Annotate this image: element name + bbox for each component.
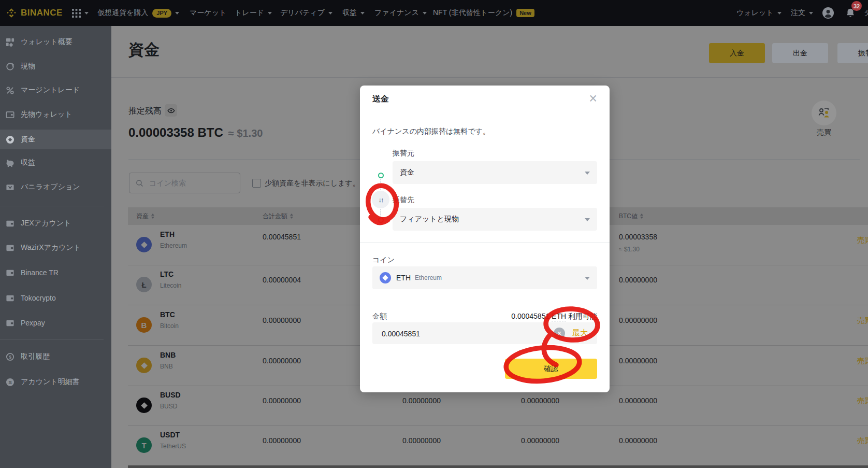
sidebar-item-0-1[interactable]: 現物 — [0, 57, 111, 76]
buy-sell-link[interactable]: 売買 — [857, 316, 868, 325]
nav-item-label: NFT (非代替性トークン) — [433, 8, 512, 18]
max-button[interactable]: 最大 — [572, 328, 588, 338]
notification-count-badge: 32 — [851, 1, 862, 11]
amount-input[interactable] — [381, 322, 528, 345]
buy-sell-link[interactable]: 売買 — [857, 396, 868, 406]
nav-item-1[interactable]: マーケット — [190, 0, 226, 26]
eth-coin-icon — [380, 272, 391, 283]
modal-info-text: バイナンスの内部振替は無料です。 — [372, 127, 490, 136]
new-badge: New — [516, 9, 534, 17]
nav-partial-label: ダ — [864, 8, 868, 18]
nav-item-6[interactable]: NFT (非代替性トークン)New — [433, 0, 534, 26]
sidebar-item-label: WazirXアカウント — [21, 243, 81, 252]
nav-partial-item[interactable]: ダ — [864, 0, 868, 26]
available-suffix: 利用可能 — [568, 312, 597, 320]
total-amount: 0.00045851 — [263, 233, 301, 241]
usdt-coin-icon: T — [136, 437, 152, 453]
sidebar-item-2-1[interactable]: Sアカウント明細書 — [0, 373, 111, 391]
btc-value: 0.00000000 — [619, 276, 657, 284]
nav-item-3[interactable]: デリバティブ — [280, 0, 332, 26]
sidebar-item-1-1[interactable]: WazirXアカウント — [0, 238, 111, 257]
nav-item-label: マーケット — [190, 8, 226, 18]
available-amount: 0.00045851 — [511, 312, 549, 320]
sidebar-item-label: ウォレット概要 — [21, 37, 73, 47]
sort-icon — [151, 214, 154, 219]
user-avatar-icon[interactable] — [822, 0, 834, 26]
nav-item-label: 仮想通貨を購入 — [97, 8, 148, 18]
available-asset[interactable]: ETH — [552, 312, 566, 321]
chevron-down-icon — [585, 277, 590, 280]
nav-item-5[interactable]: ファイナンス — [374, 0, 427, 26]
page-title: 資金 — [128, 39, 160, 61]
sidebar-item-label: バニラオプション — [21, 182, 80, 192]
sidebar-item-1-4[interactable]: Pexpay — [0, 314, 111, 332]
available-balance: 0.00045851 ETH 利用可能 — [511, 312, 597, 321]
binance-logo-icon — [6, 7, 17, 19]
table-row-usdt: TUSDTTetherUS0.000000000.000000000.00000… — [128, 426, 868, 466]
earn-icon — [5, 158, 15, 167]
coin-search[interactable] — [129, 173, 240, 193]
buy-sell-link[interactable]: 売買 — [857, 436, 868, 446]
transfer-button-label: 振替 — [858, 49, 868, 58]
transfer-modal: 送金 × バイナンスの内部振替は無料です。 ↓↑ 振替元 資金 振替先 フィアッ… — [360, 86, 610, 392]
nav-orders-label: 注文 — [791, 8, 805, 18]
header-total[interactable]: 合計金額 — [263, 212, 293, 221]
deposit-button-label: 入金 — [730, 49, 744, 58]
sidebar-item-0-2[interactable]: マージントレード — [0, 81, 111, 100]
sidebar-item-1-3[interactable]: Tokocrypto — [0, 289, 111, 307]
sidebar-item-0-4[interactable]: 資金 — [0, 130, 111, 149]
close-icon[interactable]: × — [589, 91, 597, 106]
nav-item-4[interactable]: 収益 — [342, 0, 365, 26]
nav-item-0[interactable]: 仮想通貨を購入JPY — [97, 0, 179, 26]
sort-icon — [640, 214, 643, 219]
nav-item-label: ファイナンス — [374, 8, 419, 18]
deposit-button[interactable]: 入金 — [709, 43, 765, 63]
sidebar-item-1-0[interactable]: JEXアカウント — [0, 214, 111, 233]
subwallet-icon — [5, 293, 15, 303]
chevron-down-icon — [585, 218, 590, 221]
apps-grid-icon[interactable] — [72, 0, 89, 26]
buy-sell-shortcut[interactable]: 売買 — [809, 101, 838, 137]
toggle-balance-visibility-button[interactable] — [165, 104, 177, 117]
swap-direction-button[interactable]: ↓↑ — [372, 191, 389, 208]
coin-select[interactable]: ETH Ethereum — [372, 266, 597, 289]
sidebar-item-0-6[interactable]: バニラオプション — [0, 178, 111, 196]
sidebar-item-1-2[interactable]: Binance TR — [0, 263, 111, 282]
withdraw-button[interactable]: 出金 — [772, 43, 828, 63]
subwallet-icon — [5, 268, 15, 277]
sidebar-item-0-0[interactable]: ウォレット概要 — [0, 33, 111, 51]
sidebar-divider — [0, 206, 104, 206]
btc-value: 0.00000000 — [619, 357, 657, 365]
to-select[interactable]: フィアットと現物 — [393, 208, 597, 231]
hide-small-assets-checkbox[interactable] — [252, 179, 261, 188]
wallet-overview-icon — [5, 37, 15, 47]
coin-name: TetherUS — [160, 443, 186, 450]
currency-badge[interactable]: JPY — [152, 9, 171, 18]
nav-orders[interactable]: 注文 — [791, 0, 813, 26]
clear-input-icon[interactable]: × — [554, 328, 565, 339]
nav-wallet[interactable]: ウォレット — [736, 0, 782, 26]
coin-search-input[interactable] — [148, 178, 228, 188]
history-icon: $ — [5, 352, 15, 361]
nav-item-2[interactable]: トレード — [235, 0, 272, 26]
sidebar-item-label: Binance TR — [21, 268, 59, 277]
sidebar-item-label: JEXアカウント — [21, 219, 71, 228]
sidebar-item-0-3[interactable]: 先物ウォレット — [0, 105, 111, 124]
coin-symbol: BNB — [160, 351, 176, 359]
buy-sell-link[interactable]: 売買 — [857, 357, 868, 366]
sidebar-item-2-0[interactable]: $取引履歴 — [0, 347, 111, 366]
transfer-button[interactable]: 振替 — [837, 43, 868, 63]
coin-name: Bitcoin — [160, 322, 179, 330]
coin-name: Litecoin — [160, 282, 181, 289]
amount-label: 金額 — [372, 312, 387, 321]
from-select[interactable]: 資金 — [393, 161, 597, 184]
header-btc-value[interactable]: BTC値 — [619, 212, 643, 221]
top-navbar: BINANCE 仮想通貨を購入JPYマーケットトレードデリバティブ収益ファイナン… — [0, 0, 868, 26]
binance-logo[interactable]: BINANCE — [6, 0, 63, 26]
sidebar-item-0-5[interactable]: 収益 — [0, 153, 111, 172]
confirm-button[interactable]: 確認 — [505, 359, 597, 379]
sidebar-item-label: Tokocrypto — [21, 294, 56, 302]
header-asset[interactable]: 資産 — [136, 212, 154, 221]
sidebar-item-label: 資金 — [21, 135, 35, 144]
buy-sell-link[interactable]: 売買 — [857, 236, 868, 245]
